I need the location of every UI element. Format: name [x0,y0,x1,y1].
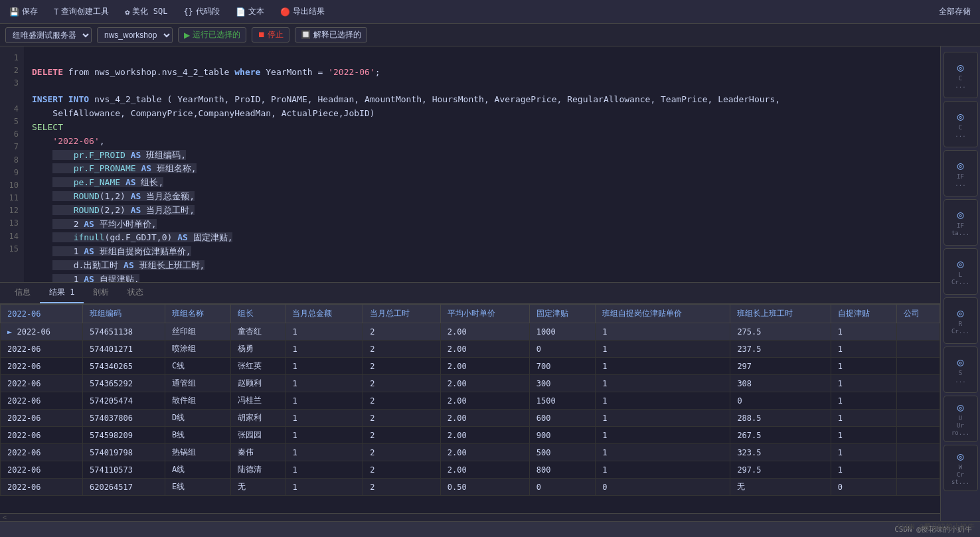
code-snippet-button[interactable]: {} 代码段 [179,5,223,19]
table-cell: 574205474 [82,392,165,410]
sidebar-item-8[interactable]: ◎ WCrst... [943,445,978,491]
table-cell: 1 [286,410,363,427]
table-cell: 冯桂兰 [231,392,286,410]
export-button[interactable]: 🔴 导出结果 [276,5,329,19]
sidebar-icon-0: ◎ [957,61,964,74]
table-cell: 赵顾利 [231,375,286,392]
table-cell: 2 [363,341,441,358]
table-cell: 2.00 [440,410,529,427]
table-cell: 288.5 [730,410,831,427]
code-icon: {} [183,7,193,17]
explain-button[interactable]: 🔲 解释已选择的 [295,27,367,42]
table-cell: 2.00 [440,461,529,479]
sidebar-item-2[interactable]: ◎ IF... [943,150,978,196]
table-cell: 1 [596,341,730,358]
table-cell [897,323,940,341]
col-group-code[interactable]: 班组编码 [82,305,165,323]
table-cell [897,392,940,410]
table-row[interactable]: 2022-06574019798热锅组秦伟122.005001323.51 [1,444,940,461]
table-cell [897,461,940,479]
col-company[interactable]: 公司 [897,305,940,323]
col-group-name[interactable]: 班组名称 [165,305,230,323]
table-cell: 1 [831,358,896,375]
table-cell: 574651138 [82,323,165,341]
sidebar-item-1[interactable]: ◎ C... [943,101,978,147]
tab-analysis[interactable]: 剖析 [84,283,118,303]
table-row[interactable]: 2022-06574037806D线胡家利122.006001288.51 [1,410,940,427]
server-selector[interactable]: 纽唯盛测试服务器 [5,27,92,43]
table-cell: 2022-06 [1,341,83,358]
save-button[interactable]: 💾 保存 [5,5,42,19]
table-cell: 通管组 [165,375,230,392]
table-row[interactable]: 2022-06574598209B线张园园122.009001267.51 [1,427,940,444]
table-cell: 秦伟 [231,444,286,461]
table-row[interactable]: 2022-06574205474散件组冯桂兰122.001500101 [1,392,940,410]
table-cell: 2 [363,323,441,341]
query-builder-button[interactable]: T 查询创建工具 [50,5,113,19]
scroll-left-icon[interactable]: < [3,514,7,521]
table-row[interactable]: 2022-06574340265C线张红英122.0070012971 [1,358,940,375]
run-button[interactable]: ▶ 运行已选择的 [178,27,246,42]
sidebar-item-4[interactable]: ◎ LCr... [943,248,978,295]
row-indicator: ► [7,327,12,337]
beautify-icon: ✿ [125,7,129,17]
table-cell: 2.00 [440,375,529,392]
col-monthly-hours[interactable]: 当月总工时 [363,305,441,323]
sidebar-icon-4: ◎ [957,258,964,270]
tab-info[interactable]: 信息 [5,283,40,303]
table-cell: 张园园 [231,427,286,444]
col-leader[interactable]: 组长 [231,305,286,323]
table-cell: 620264517 [82,479,165,496]
table-row[interactable]: ► 2022-06574651138丝印组童杏红122.0010001275.5… [1,323,940,341]
col-monthly-amount[interactable]: 当月总金额 [286,305,363,323]
table-cell: 2.00 [440,341,529,358]
sidebar-icon-2: ◎ [957,159,964,172]
table-cell: 2 [363,427,441,444]
table-cell: 574110573 [82,461,165,479]
sidebar-item-0[interactable]: ◎ C... [943,52,978,98]
text-button[interactable]: 📄 文本 [232,5,268,19]
table-row[interactable]: 2022-06574110573A线陆德清122.008001297.51 [1,461,940,479]
sql-code[interactable]: DELETE from nws_workshop.nvs_4_2_table w… [24,46,940,282]
table-cell: 574340265 [82,358,165,375]
tab-status[interactable]: 状态 [118,283,153,303]
table-cell: 1 [286,341,363,358]
col-leader-hours[interactable]: 班组长上班工时 [730,305,831,323]
table-cell: 1 [286,444,363,461]
tab-result1[interactable]: 结果 1 [40,283,84,303]
table-cell: 2.00 [440,323,529,341]
table-cell: 2022-06 [1,444,83,461]
col-self-allowance-price[interactable]: 班组自提岗位津贴单价 [596,305,730,323]
table-cell: 1 [831,341,896,358]
result-table-wrapper[interactable]: 2022-06 班组编码 班组名称 组长 当月总金额 当月总工时 平均小时单价 … [0,304,940,513]
col-fixed-allowance[interactable]: 固定津贴 [529,305,595,323]
table-row[interactable]: 2022-06620264517E线无120.5000无0 [1,479,940,496]
export-icon: 🔴 [280,7,290,17]
fullscreen-button[interactable]: 全部存储 [935,5,975,19]
table-cell: 1000 [529,323,595,341]
table-cell: 1 [286,323,363,341]
db-selector[interactable]: nws_workshop [97,27,173,43]
table-cell: 574037806 [82,410,165,427]
sidebar-item-7[interactable]: ◎ UUrro... [943,396,978,442]
result-table: 2022-06 班组编码 班组名称 组长 当月总金额 当月总工时 平均小时单价 … [0,304,940,496]
sidebar-text-6: S... [955,370,965,384]
table-cell: 0.50 [440,479,529,496]
table-row[interactable]: 2022-06574401271喷涂组杨勇122.0001237.51 [1,341,940,358]
col-avg-price[interactable]: 平均小时单价 [440,305,529,323]
table-cell: 308 [730,375,831,392]
code-area[interactable]: 1 2 3 4 5 6 7 8 9 10 11 12 13 14 15 DELE… [0,46,940,282]
sidebar-text-2: IF... [955,173,965,188]
sidebar-text-7: UUrro... [951,415,969,436]
table-cell: 323.5 [730,444,831,461]
horizontal-scrollbar[interactable]: < [0,513,940,521]
beautify-sql-button[interactable]: ✿ 美化 SQL [121,5,171,19]
sidebar-item-5[interactable]: ◎ RCr... [943,297,978,344]
col-year-month[interactable]: 2022-06 [1,305,83,323]
sidebar-item-3[interactable]: ◎ IFta... [943,199,978,246]
sidebar-item-6[interactable]: ◎ S... [943,346,978,393]
stop-button[interactable]: ⏹ 停止 [252,27,289,42]
table-row[interactable]: 2022-06574365292通管组赵顾利122.0030013081 [1,375,940,392]
col-self-allowance[interactable]: 自提津贴 [831,305,896,323]
text-icon: 📄 [236,7,246,17]
